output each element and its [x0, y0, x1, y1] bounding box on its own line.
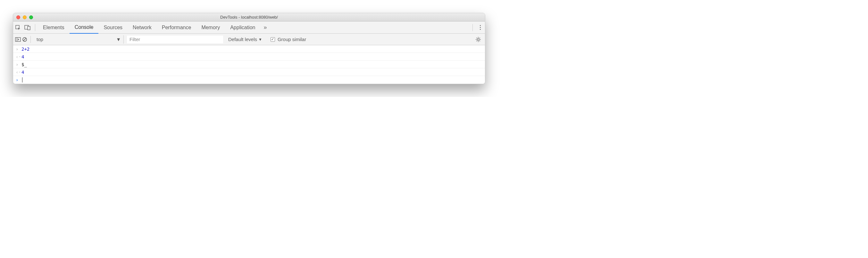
divider	[472, 24, 473, 31]
tab-label: Elements	[43, 25, 64, 30]
zoom-window-button[interactable]	[29, 16, 33, 19]
svg-line-14	[477, 40, 477, 41]
tab-sources[interactable]: Sources	[98, 22, 128, 33]
devtools-menu-icon[interactable]	[475, 25, 485, 30]
tab-label: Application	[230, 25, 255, 30]
svg-line-6	[23, 38, 26, 41]
console-toolbar: top ▼ Default levels ▼ ✓ Group similar	[13, 34, 485, 45]
console-output-row: ‹· 4	[13, 68, 485, 76]
divider	[35, 24, 35, 31]
context-selector[interactable]: top ▼	[34, 35, 124, 44]
svg-rect-2	[28, 26, 30, 30]
text-cursor	[22, 77, 23, 83]
tab-label: Network	[133, 25, 152, 30]
console-input-row: › 2+2	[13, 45, 485, 53]
tab-label: Sources	[103, 25, 122, 30]
input-arrow-icon: ›	[16, 47, 22, 52]
console-result: 4	[22, 69, 24, 75]
window-controls	[17, 16, 33, 19]
chevron-down-icon: ▼	[258, 37, 262, 42]
console-result: 4	[22, 54, 24, 59]
prompt-arrow-icon: ›	[16, 77, 22, 83]
tab-application[interactable]: Application	[225, 22, 260, 33]
svg-line-15	[479, 37, 480, 38]
console-input-row: › $_	[13, 61, 485, 68]
context-value: top	[36, 36, 43, 42]
tab-label: Performance	[162, 25, 191, 30]
devtools-window: DevTools - localhost:8080/web/ Elements …	[13, 13, 485, 84]
more-tabs-icon[interactable]: »	[260, 23, 270, 32]
minimize-window-button[interactable]	[23, 16, 27, 19]
group-similar-label: Group similar	[278, 36, 306, 42]
console-settings-icon[interactable]	[475, 36, 481, 42]
chevron-down-icon: ▼	[116, 36, 121, 42]
close-window-button[interactable]	[17, 16, 20, 19]
filter-input[interactable]	[127, 36, 223, 43]
console-output-row: ‹· 4	[13, 53, 485, 61]
divider	[30, 36, 31, 43]
tab-console[interactable]: Console	[69, 22, 99, 34]
inspect-element-icon[interactable]	[13, 23, 23, 32]
levels-label: Default levels	[228, 36, 257, 42]
window-title: DevTools - localhost:8080/web/	[13, 15, 485, 20]
toggle-sidebar-icon[interactable]	[15, 37, 21, 42]
group-similar-checkbox[interactable]: ✓	[271, 37, 275, 42]
tab-label: Console	[75, 24, 94, 30]
console-output[interactable]: › 2+2 ‹· 4 › $_ ‹· 4 ›	[13, 45, 485, 84]
titlebar: DevTools - localhost:8080/web/	[13, 13, 485, 22]
log-levels-selector[interactable]: Default levels ▼	[224, 36, 266, 42]
svg-point-7	[477, 38, 479, 40]
tab-elements[interactable]: Elements	[38, 22, 69, 33]
console-prompt-row[interactable]: ›	[13, 76, 485, 84]
tab-label: Memory	[201, 25, 220, 30]
output-arrow-icon: ‹·	[16, 54, 22, 59]
svg-line-12	[477, 37, 477, 38]
device-toggle-icon[interactable]	[23, 23, 32, 32]
console-expression: $_	[22, 62, 27, 67]
tab-memory[interactable]: Memory	[196, 22, 225, 33]
panel-tabbar: Elements Console Sources Network Perform…	[13, 22, 485, 34]
console-expression: 2+2	[22, 47, 30, 52]
tab-network[interactable]: Network	[128, 22, 157, 33]
clear-console-icon[interactable]	[22, 37, 27, 42]
tab-performance[interactable]: Performance	[157, 22, 196, 33]
svg-line-13	[479, 40, 480, 41]
output-arrow-icon: ‹·	[16, 69, 22, 75]
input-arrow-icon: ›	[16, 62, 22, 67]
